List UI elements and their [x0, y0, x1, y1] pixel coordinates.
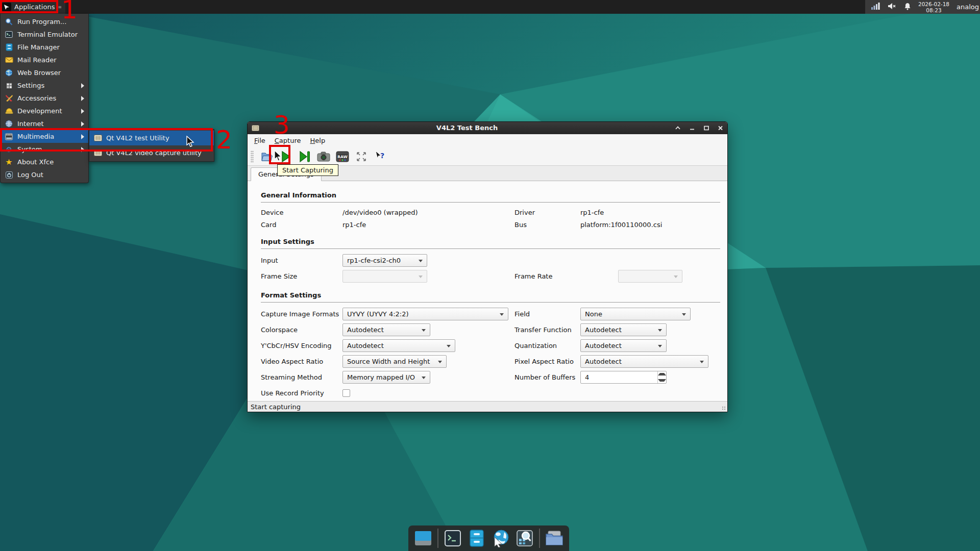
colorspace-dropdown[interactable]: Autodetect [342, 323, 430, 336]
dock-web-browser-button[interactable] [491, 529, 510, 548]
form-row-ycbcr-quantization: Y'CbCr/HSV Encoding Autodetect Quantizat… [261, 338, 720, 354]
form-row-capture-format-field: Capture Image Formats UYVY (UYVY 4:2:2) … [261, 306, 720, 322]
menu-item-about-xfce[interactable]: ★ About Xfce [1, 156, 88, 168]
resize-grip[interactable] [722, 406, 726, 410]
window-menubar: File Capture Help [248, 134, 727, 147]
pixel-aspect-ratio-dropdown-value: Autodetect [585, 358, 622, 365]
input-dropdown-value: rp1-cfe-csi2-ch0 [347, 257, 401, 264]
annotation-number-1: 1 [61, 0, 78, 22]
window-titlebar[interactable]: V4L2 Test Bench [248, 122, 727, 134]
menu-help[interactable]: Help [305, 135, 330, 146]
session-username: analog [957, 3, 979, 11]
menu-item-label: About Xfce [17, 158, 84, 166]
menu-item-label: Settings [17, 82, 77, 89]
shade-button[interactable] [675, 126, 681, 130]
spin-up-button[interactable] [658, 371, 666, 378]
make-snapshot-button[interactable] [317, 150, 330, 163]
driver-value: rp1-cfe [580, 209, 604, 216]
input-label: Input [261, 257, 342, 264]
pixel-aspect-ratio-dropdown[interactable]: Autodetect [580, 355, 708, 368]
top-panel: Applications ≡ 2026-02-18 08:23 ana [0, 0, 980, 14]
use-record-priority-checkbox[interactable] [342, 389, 350, 397]
mail-icon [5, 56, 13, 64]
notifications-bell-icon[interactable] [904, 3, 911, 12]
menu-item-file-manager[interactable]: File Manager [1, 41, 88, 54]
menu-item-label: Internet [17, 120, 77, 128]
colorspace-label: Colorspace [261, 326, 342, 334]
frame-size-label: Frame Size [261, 272, 342, 280]
maximize-button[interactable] [703, 126, 709, 131]
toolbar-drag-handle[interactable] [251, 151, 254, 163]
window-statusbar: Start capturing [248, 401, 727, 412]
dock-terminal-button[interactable] [443, 529, 462, 548]
streaming-method-dropdown[interactable]: Memory mapped I/O [342, 371, 430, 384]
accessories-icon [5, 94, 13, 103]
show-desktop-icon [414, 529, 432, 547]
dock-separator [437, 529, 438, 548]
section-heading-input-settings: Input Settings [261, 234, 720, 249]
resize-arrows-icon [355, 151, 368, 163]
form-row-aspect-ratios: Video Aspect Ratio Source Width and Heig… [261, 354, 720, 369]
ycbcr-encoding-dropdown[interactable]: Autodetect [342, 339, 455, 352]
transfer-function-label: Transfer Function [514, 326, 580, 334]
transfer-function-dropdown-value: Autodetect [585, 326, 622, 334]
terminal-icon [444, 530, 461, 547]
minimize-button[interactable] [689, 126, 695, 130]
number-of-buffers-spinbox[interactable]: 4 [580, 371, 667, 384]
section-heading-general-information: General Information [261, 187, 720, 203]
menu-item-label: Log Out [17, 171, 84, 179]
window-toolbar: RAW ? [248, 147, 727, 166]
menu-item-accessories[interactable]: Accessories [1, 92, 88, 105]
menu-file[interactable]: File [250, 135, 270, 146]
transfer-function-dropdown[interactable]: Autodetect [580, 323, 667, 336]
frame-rate-dropdown [618, 270, 682, 283]
network-signal-icon[interactable] [871, 3, 880, 11]
capture-image-formats-dropdown[interactable]: UYVY (UYVY 4:2:2) [342, 308, 508, 320]
dock-file-manager-button[interactable] [467, 529, 486, 548]
globe-browser-icon [492, 529, 510, 547]
capture-next-frame-button[interactable] [298, 150, 311, 163]
quantization-dropdown-value: Autodetect [585, 342, 622, 349]
clock-date: 2026-02-18 [918, 1, 949, 7]
number-of-buffers-label: Number of Buffers [514, 373, 580, 381]
close-button[interactable] [718, 126, 723, 131]
file-manager-icon [5, 43, 13, 52]
menu-item-log-out[interactable]: Log Out [1, 168, 88, 181]
menu-item-development[interactable]: Development [1, 105, 88, 117]
menu-item-label: Accessories [17, 94, 77, 102]
menu-item-terminal-emulator[interactable]: Terminal Emulator [1, 28, 88, 41]
resize-to-frame-button[interactable] [355, 150, 368, 163]
whats-this-help-icon: ? [374, 151, 386, 163]
form-row-frame-size-rate: Frame Size Frame Rate [261, 268, 720, 284]
spin-down-button[interactable] [658, 378, 666, 384]
menu-item-label: Web Browser [17, 69, 84, 77]
clock[interactable]: 2026-02-18 08:23 [918, 1, 949, 13]
menu-item-mail-reader[interactable]: Mail Reader [1, 54, 88, 66]
whats-this-button[interactable]: ? [374, 150, 387, 163]
star-icon: ★ [5, 158, 13, 166]
annotation-number-2: 2 [216, 127, 232, 153]
form-row-record-priority: Use Record Priority [261, 385, 720, 401]
field-dropdown[interactable]: None [580, 308, 691, 320]
colorspace-dropdown-value: Autodetect [347, 326, 384, 334]
menu-item-settings[interactable]: Settings [1, 79, 88, 92]
volume-muted-icon[interactable] [888, 3, 897, 11]
window-icon [252, 125, 259, 131]
internet-icon [5, 119, 13, 128]
start-capturing-tooltip: Start Capturing [277, 164, 338, 176]
driver-label: Driver [514, 209, 580, 216]
svg-text:RAW: RAW [337, 154, 348, 159]
file-cabinet-icon [469, 530, 484, 547]
ycbcr-encoding-label: Y'CbCr/HSV Encoding [261, 342, 342, 349]
video-aspect-ratio-dropdown[interactable]: Source Width and Height [342, 355, 447, 368]
save-raw-button[interactable]: RAW [336, 150, 349, 163]
dock-app-finder-button[interactable] [515, 529, 534, 548]
input-dropdown[interactable]: rp1-cfe-csi2-ch0 [342, 254, 427, 267]
menu-item-web-browser[interactable]: Web Browser [1, 66, 88, 79]
show-desktop-button[interactable] [413, 529, 433, 548]
mouse-cursor-secondary [274, 150, 284, 161]
dock-files-button[interactable] [545, 529, 564, 548]
svg-text:?: ? [380, 152, 384, 160]
submenu-arrow-icon [81, 83, 84, 88]
quantization-dropdown[interactable]: Autodetect [580, 339, 667, 352]
